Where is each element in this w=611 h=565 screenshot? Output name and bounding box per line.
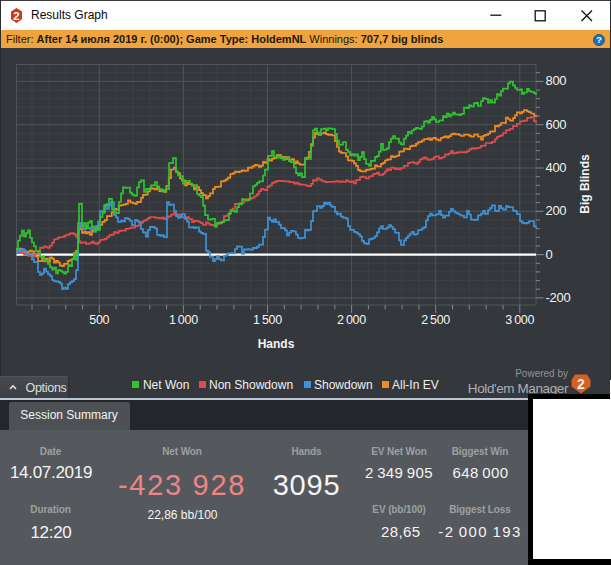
svg-text:?: ? [596, 35, 602, 45]
svg-text:2: 2 [13, 9, 19, 21]
svg-text:2: 2 [577, 376, 585, 392]
